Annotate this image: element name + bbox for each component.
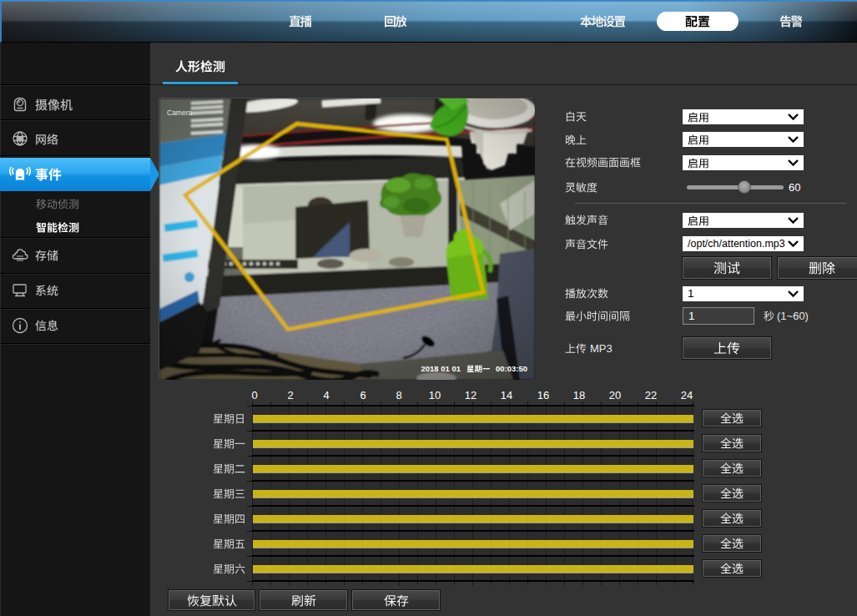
svg-text:Camera: Camera [167, 109, 193, 117]
